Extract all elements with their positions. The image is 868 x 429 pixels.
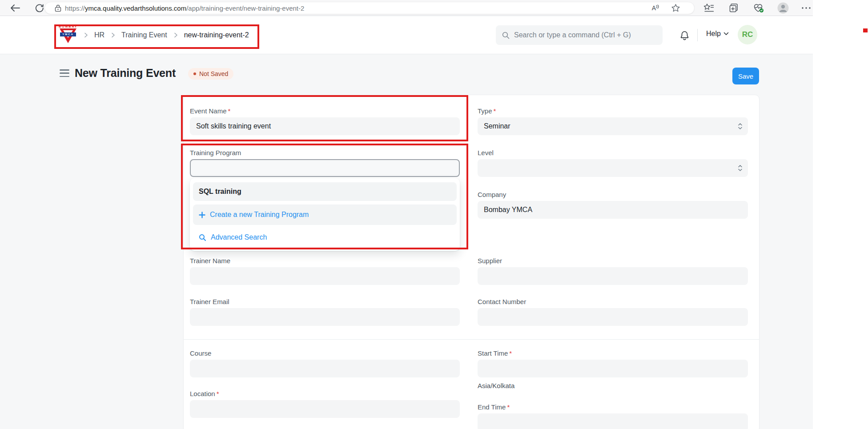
company-label: Company (478, 191, 506, 198)
plus-icon (199, 212, 205, 218)
field-course: Course (190, 349, 460, 377)
favorites-bar-icon[interactable] (703, 2, 715, 14)
breadcrumb-item-current: new-training-event-2 (184, 31, 249, 39)
help-label: Help (706, 30, 721, 38)
browser-back-icon[interactable] (9, 2, 21, 14)
breadcrumb: HR Training Event new-training-event-2 (83, 16, 249, 54)
chevron-right-icon (173, 32, 179, 38)
trainer-email-label: Trainer Email (190, 298, 229, 305)
lock-icon[interactable] (55, 4, 61, 12)
status-badge: Not Saved (188, 68, 233, 80)
company-input[interactable]: Bombay YMCA (478, 201, 748, 219)
notifications-bell-icon[interactable] (678, 29, 691, 42)
create-new-label: Create a new Training Program (210, 211, 309, 219)
training-program-label: Training Program (190, 149, 241, 156)
field-type: Type* Seminar (478, 107, 748, 135)
field-level: Level (478, 149, 748, 177)
app-navbar: BOMBAY YMCA HR Training Event new-traini… (0, 16, 813, 54)
contact-number-input[interactable] (478, 308, 748, 326)
required-marker: * (228, 107, 231, 115)
end-time-input[interactable] (478, 413, 748, 429)
status-label: Not Saved (199, 70, 228, 77)
dropdown-advanced-search[interactable]: Advanced Search (193, 229, 457, 245)
course-input[interactable] (190, 360, 460, 377)
browser-essentials-icon[interactable] (753, 2, 764, 14)
select-stepper-icon (738, 164, 743, 172)
level-label: Level (478, 149, 494, 156)
event-name-label: Event Name (190, 107, 227, 115)
field-start-time: Start Time* (478, 349, 748, 377)
page-title: New Training Event (75, 67, 176, 80)
breadcrumb-item-training-event[interactable]: Training Event (121, 31, 167, 39)
global-search-input[interactable]: Search or type a command (Ctrl + G) (496, 25, 663, 45)
search-icon (502, 32, 510, 39)
required-marker: * (494, 107, 496, 115)
field-trainer-name: Trainer Name (190, 257, 460, 285)
field-training-program: Training Program (190, 149, 460, 177)
level-select[interactable] (478, 159, 748, 177)
supplier-input[interactable] (478, 267, 748, 285)
chevron-right-icon (110, 32, 116, 38)
profile-avatar-icon[interactable] (777, 2, 789, 14)
field-contact-number: Contact Number (478, 298, 748, 326)
required-marker: * (217, 390, 219, 397)
status-dot (193, 72, 196, 75)
required-marker: * (509, 349, 512, 357)
trainer-email-input[interactable] (190, 308, 460, 326)
search-placeholder: Search or type a command (Ctrl + G) (514, 31, 631, 39)
logo-top-text: BOMBAY (59, 25, 77, 28)
form-card: Event Name* Soft skills training event T… (183, 95, 760, 429)
dropdown-option-sql-training[interactable]: SQL training (193, 182, 457, 201)
url-text: https://ymca.quality.vedarthsolutions.co… (65, 4, 304, 12)
favorite-star-icon[interactable] (671, 4, 680, 12)
save-button[interactable]: Save (732, 68, 759, 84)
chevron-down-icon (723, 32, 729, 36)
field-supplier: Supplier (478, 257, 748, 285)
field-location: Location* (190, 390, 460, 418)
sidebar-toggle-icon[interactable] (60, 69, 69, 77)
contact-number-label: Contact Number (478, 298, 526, 305)
chevron-right-icon (83, 32, 89, 38)
supplier-label: Supplier (478, 257, 502, 265)
breadcrumb-item-hr[interactable]: HR (94, 31, 104, 39)
type-label: Type (478, 107, 492, 115)
browser-refresh-icon[interactable] (34, 2, 45, 14)
end-time-label: End Time (478, 403, 506, 411)
read-aloud-icon[interactable]: A (652, 4, 659, 12)
annotation-mark-right-edge (863, 28, 868, 32)
address-bar[interactable]: https://ymca.quality.vedarthsolutions.co… (44, 2, 695, 14)
section-divider (184, 339, 759, 340)
search-icon (199, 234, 206, 241)
dropdown-create-new[interactable]: Create a new Training Program (193, 204, 457, 225)
field-end-time: End Time* (478, 403, 748, 429)
start-time-label: Start Time (478, 349, 508, 357)
help-menu[interactable]: Help (706, 30, 729, 38)
field-event-name: Event Name* Soft skills training event (190, 107, 460, 135)
training-program-dropdown: SQL training Create a new Training Progr… (190, 178, 460, 251)
browser-menu-icon[interactable] (800, 2, 812, 14)
training-program-input[interactable] (190, 159, 460, 177)
screenshot-stage: https://ymca.quality.vedarthsolutions.co… (0, 0, 868, 429)
user-avatar[interactable]: RC (738, 25, 757, 44)
collections-icon[interactable] (728, 2, 739, 14)
trainer-name-label: Trainer Name (190, 257, 230, 265)
course-label: Course (190, 349, 211, 357)
field-company: Company Bombay YMCA (478, 191, 748, 219)
timezone-note: Asia/Kolkata (478, 382, 514, 389)
trainer-name-input[interactable] (190, 267, 460, 285)
event-name-input[interactable]: Soft skills training event (190, 117, 460, 135)
required-marker: * (507, 403, 510, 411)
home-logo[interactable]: BOMBAY YMCA (59, 25, 77, 45)
type-select[interactable]: Seminar (478, 117, 748, 135)
logo-band-text: YMCA (60, 32, 76, 36)
field-trainer-email: Trainer Email (190, 298, 460, 326)
location-label: Location (190, 390, 215, 397)
location-input[interactable] (190, 400, 460, 418)
logo-triangle: YMCA (60, 28, 76, 43)
browser-chrome: https://ymca.quality.vedarthsolutions.co… (0, 0, 813, 16)
advanced-search-label: Advanced Search (211, 233, 267, 241)
browser-window: https://ymca.quality.vedarthsolutions.co… (0, 0, 813, 429)
select-stepper-icon (738, 122, 743, 130)
start-time-input[interactable] (478, 360, 748, 377)
navbar-divider (697, 29, 698, 41)
